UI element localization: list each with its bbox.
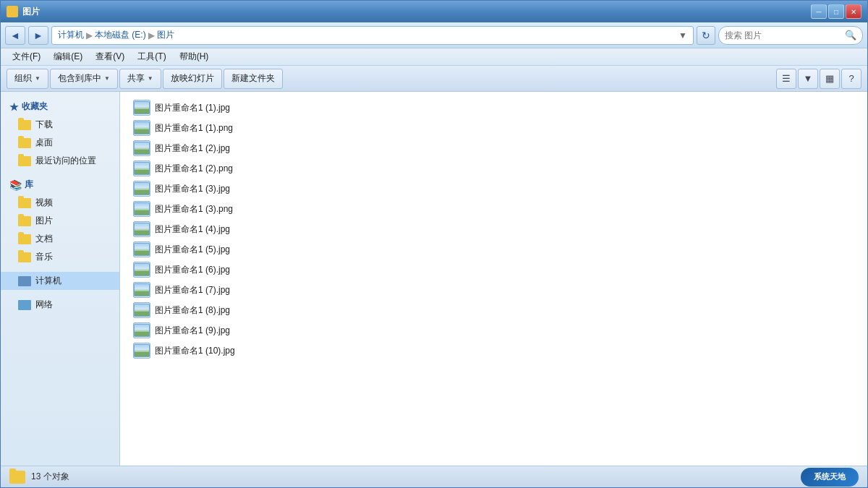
- desktop-folder-icon: [18, 138, 31, 148]
- videos-label: 视频: [35, 197, 53, 209]
- file-name-label: 图片重命名1 (3).png: [155, 203, 233, 215]
- slideshow-button[interactable]: 放映幻灯片: [163, 69, 222, 89]
- file-name-label: 图片重命名1 (2).jpg: [155, 142, 230, 155]
- file-thumbnail: [133, 160, 150, 176]
- sidebar-item-videos[interactable]: 视频: [1, 194, 119, 212]
- image-icon: [134, 223, 150, 236]
- sidebar-item-pictures[interactable]: 图片: [1, 212, 119, 230]
- image-icon: [134, 304, 150, 317]
- view-dropdown-button[interactable]: ▼: [798, 69, 818, 89]
- organize-caret: ▼: [35, 75, 41, 82]
- library-label: 库: [25, 179, 33, 191]
- file-thumbnail: [133, 100, 150, 116]
- image-icon: [134, 142, 150, 155]
- image-icon: [134, 243, 150, 256]
- file-name-label: 图片重命名1 (9).jpg: [155, 325, 230, 337]
- file-item[interactable]: 图片重命名1 (1).png: [129, 118, 859, 138]
- file-item[interactable]: 图片重命名1 (6).jpg: [129, 260, 859, 280]
- menubar: 文件(F) 编辑(E) 查看(V) 工具(T) 帮助(H): [1, 48, 867, 66]
- breadcrumb-computer[interactable]: 计算机: [58, 29, 84, 41]
- menu-view[interactable]: 查看(V): [90, 49, 130, 64]
- address-bar[interactable]: 计算机 ▶ 本地磁盘 (E:) ▶ 图片 ▼: [51, 26, 694, 45]
- file-item[interactable]: 图片重命名1 (3).jpg: [129, 179, 859, 199]
- file-item[interactable]: 图片重命名1 (7).jpg: [129, 280, 859, 300]
- minimize-button[interactable]: ─: [811, 4, 827, 19]
- file-item[interactable]: 图片重命名1 (8).jpg: [129, 300, 859, 320]
- sidebar-item-desktop[interactable]: 桌面: [1, 134, 119, 152]
- navbar: ◄ ► 计算机 ▶ 本地磁盘 (E:) ▶ 图片 ▼ ↻ 🔍: [1, 22, 867, 48]
- maximize-button[interactable]: □: [828, 4, 844, 19]
- recent-folder-icon: [18, 156, 31, 166]
- forward-button[interactable]: ►: [28, 26, 48, 45]
- menu-tools[interactable]: 工具(T): [132, 49, 171, 64]
- file-thumbnail: [133, 181, 150, 197]
- file-item[interactable]: 图片重命名1 (9).jpg: [129, 320, 859, 341]
- sidebar-library-header: 📚 库: [1, 176, 119, 194]
- downloads-folder-icon: [18, 120, 31, 130]
- file-item[interactable]: 图片重命名1 (2).jpg: [129, 138, 859, 158]
- breadcrumb-folder[interactable]: 图片: [157, 29, 174, 41]
- new-folder-button[interactable]: 新建文件夹: [224, 69, 283, 89]
- sidebar-section-library: 📚 库 视频 图片 文档 音乐: [1, 176, 119, 266]
- address-dropdown-icon[interactable]: ▼: [678, 30, 687, 40]
- explorer-window: 图片 ─ □ ✕ ◄ ► 计算机 ▶ 本地磁盘 (E:) ▶ 图片 ▼ ↻ 🔍: [0, 0, 868, 488]
- music-folder-icon: [18, 252, 31, 262]
- pictures-folder-icon: [18, 216, 31, 226]
- help-button[interactable]: ?: [841, 69, 861, 89]
- menu-file[interactable]: 文件(F): [7, 49, 46, 64]
- file-item[interactable]: 图片重命名1 (1).jpg: [129, 98, 859, 118]
- titlebar-buttons: ─ □ ✕: [811, 4, 861, 19]
- search-icon: 🔍: [845, 30, 856, 40]
- sidebar-item-documents[interactable]: 文档: [1, 230, 119, 248]
- menu-help[interactable]: 帮助(H): [174, 49, 215, 64]
- file-item[interactable]: 图片重命名1 (2).png: [129, 158, 859, 179]
- file-item[interactable]: 图片重命名1 (3).png: [129, 199, 859, 219]
- main-content: ★ 收藏夹 下载 桌面 最近访问的位置 📚: [1, 92, 867, 466]
- computer-icon: [18, 276, 31, 286]
- share-button[interactable]: 共享 ▼: [119, 69, 161, 89]
- image-icon: [134, 101, 150, 114]
- file-name-label: 图片重命名1 (1).jpg: [155, 102, 230, 114]
- network-label: 网络: [35, 299, 53, 311]
- sidebar-item-network[interactable]: 网络: [1, 296, 119, 314]
- statusbar-folder-icon: [9, 471, 25, 484]
- file-thumbnail: [133, 140, 150, 156]
- file-thumbnail: [133, 322, 150, 338]
- recent-label: 最近访问的位置: [35, 155, 96, 167]
- file-name-label: 图片重命名1 (1).png: [155, 122, 233, 134]
- breadcrumb-drive[interactable]: 本地磁盘 (E:): [95, 29, 146, 41]
- sidebar-favorites-header: ★ 收藏夹: [1, 98, 119, 116]
- sidebar-item-music[interactable]: 音乐: [1, 248, 119, 266]
- sidebar: ★ 收藏夹 下载 桌面 最近访问的位置 📚: [1, 92, 120, 466]
- back-button[interactable]: ◄: [5, 26, 25, 45]
- image-icon: [134, 324, 150, 337]
- file-name-label: 图片重命名1 (4).jpg: [155, 223, 230, 236]
- include-library-button[interactable]: 包含到库中 ▼: [50, 69, 118, 89]
- file-name-label: 图片重命名1 (5).jpg: [155, 244, 230, 256]
- search-bar[interactable]: 🔍: [718, 26, 863, 45]
- documents-folder-icon: [18, 234, 31, 244]
- refresh-button[interactable]: ↻: [697, 26, 715, 45]
- titlebar-title: 图片: [22, 6, 40, 18]
- image-icon: [134, 202, 150, 215]
- organize-button[interactable]: 组织 ▼: [7, 69, 48, 89]
- statusbar-count: 13 个对象: [31, 471, 69, 483]
- file-thumbnail: [133, 241, 150, 257]
- view-mode-button[interactable]: ☰: [776, 69, 796, 89]
- menu-edit[interactable]: 编辑(E): [48, 49, 88, 64]
- sidebar-item-recent[interactable]: 最近访问的位置: [1, 152, 119, 170]
- image-icon: [134, 263, 150, 276]
- file-item[interactable]: 图片重命名1 (5).jpg: [129, 239, 859, 260]
- favorites-icon: ★: [9, 101, 19, 113]
- sidebar-item-computer[interactable]: 计算机: [1, 272, 119, 290]
- search-input[interactable]: [725, 30, 842, 40]
- sidebar-section-computer: 计算机: [1, 272, 119, 290]
- breadcrumb: 计算机 ▶ 本地磁盘 (E:) ▶ 图片: [58, 29, 174, 41]
- close-button[interactable]: ✕: [846, 4, 861, 19]
- sidebar-item-downloads[interactable]: 下载: [1, 116, 119, 134]
- file-item[interactable]: 图片重命名1 (4).jpg: [129, 219, 859, 239]
- image-icon: [134, 344, 150, 357]
- preview-pane-button[interactable]: ▦: [820, 69, 840, 89]
- file-item[interactable]: 图片重命名1 (10).jpg: [129, 341, 859, 361]
- titlebar-left: 图片: [7, 6, 40, 18]
